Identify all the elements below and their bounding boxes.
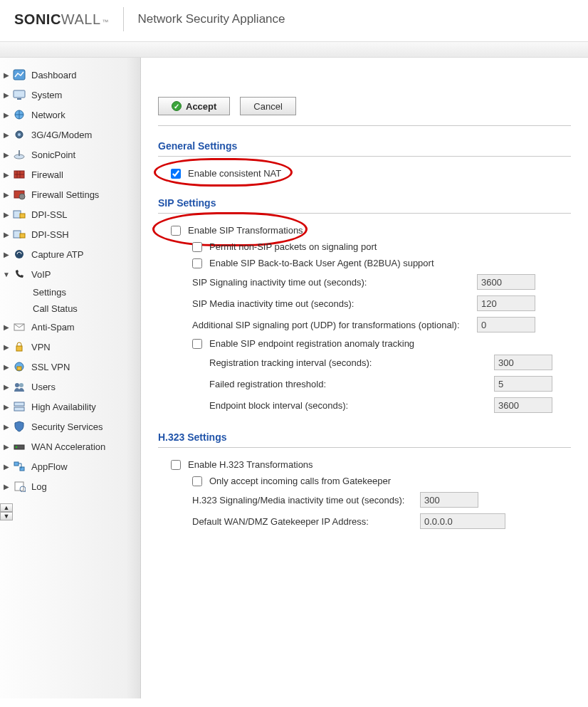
row-b2bua: Enable SIP Back-to-Back User Agent (B2BU… — [192, 258, 571, 268]
sidebar-item-dashboard[interactable]: ▶Dashboard — [0, 65, 140, 85]
sidebar-item-label: Users — [31, 382, 56, 392]
chevron-icon[interactable]: ▶ — [3, 443, 10, 450]
chevron-icon[interactable]: ▶ — [3, 191, 10, 198]
input-reg-interval[interactable] — [494, 355, 552, 370]
system-icon — [11, 88, 27, 102]
sidebar-item-vpn[interactable]: ▶VPN — [0, 337, 140, 357]
checkbox-permit-nonsip[interactable] — [192, 242, 202, 252]
dpissl-icon — [11, 207, 27, 221]
row-h323-transform: Enable H.323 Transformations — [171, 459, 571, 470]
svg-point-15 — [15, 250, 23, 258]
chevron-icon[interactable]: ▼ — [3, 271, 10, 278]
input-gatekeeper-ip[interactable] — [420, 513, 505, 529]
firewall-icon — [11, 167, 27, 182]
input-h323-timeout[interactable] — [420, 492, 478, 508]
fwsettings-icon — [11, 187, 27, 201]
sidebar-item-voip[interactable]: ▼VoIP — [0, 264, 140, 284]
log-icon — [11, 479, 27, 493]
sidebar-item-users[interactable]: ▶Users — [0, 377, 140, 397]
sidebar-item-firewall-settings[interactable]: ▶Firewall Settings — [0, 184, 140, 204]
sidebar-item-anti-spam[interactable]: ▶Anti-Spam — [0, 317, 140, 337]
chevron-icon[interactable]: ▶ — [3, 403, 10, 410]
input-media-timeout[interactable] — [477, 295, 535, 311]
svg-point-10 — [19, 194, 25, 199]
row-sip-transform: Enable SIP Transformations — [171, 225, 571, 236]
sidebar: ▶Dashboard▶System▶Network▶3G/4G/Modem▶So… — [0, 58, 141, 698]
checkbox-anomaly[interactable] — [192, 339, 202, 349]
checkbox-b2bua[interactable] — [192, 258, 202, 268]
chevron-icon[interactable]: ▶ — [3, 91, 10, 98]
sidebar-item-label: Log — [31, 481, 47, 492]
chevron-icon[interactable]: ▶ — [3, 171, 10, 178]
sidebar-item-network[interactable]: ▶Network — [0, 105, 140, 125]
chevron-icon[interactable]: ▶ — [3, 231, 10, 238]
action-buttons: ✓Accept Cancel — [158, 97, 571, 126]
sidebar-item-3g-4g-modem[interactable]: ▶3G/4G/Modem — [0, 125, 140, 145]
sidebar-item-high-availability[interactable]: ▶High Availability — [0, 397, 140, 417]
cancel-button[interactable]: Cancel — [240, 97, 295, 115]
wan-icon — [11, 439, 27, 454]
sidebar-item-label: Dashboard — [31, 70, 77, 80]
chevron-icon[interactable]: ▶ — [3, 131, 10, 138]
sidebar-item-label: VPN — [31, 342, 51, 352]
chevron-icon[interactable]: ▶ — [3, 211, 10, 218]
sidebar-down-button[interactable]: ▼ — [0, 512, 13, 520]
sidebar-item-label: High Availability — [31, 402, 96, 412]
chevron-icon[interactable]: ▶ — [3, 343, 10, 350]
svg-rect-19 — [17, 367, 21, 370]
chevron-icon[interactable]: ▶ — [3, 71, 10, 78]
label-anomaly: Enable SIP endpoint registration anomaly… — [209, 338, 414, 349]
sidebar-item-label: Network — [31, 110, 65, 120]
chevron-icon[interactable]: ▶ — [3, 423, 10, 430]
chevron-icon[interactable]: ▶ — [3, 483, 10, 490]
header-divider — [123, 7, 124, 31]
sidebar-item-wan-acceleration[interactable]: ▶WAN Acceleration — [0, 436, 140, 456]
sidebar-item-log[interactable]: ▶Log — [0, 476, 140, 496]
input-failed-threshold[interactable] — [494, 376, 552, 392]
sidebar-item-label: AppFlow — [31, 461, 68, 472]
label-block-interval: Endpoint block interval (seconds): — [209, 400, 494, 411]
chevron-icon[interactable]: ▶ — [3, 363, 10, 370]
input-addl-port[interactable] — [477, 317, 535, 332]
checkbox-sip-transform[interactable] — [171, 226, 181, 236]
chevron-icon[interactable]: ▶ — [3, 111, 10, 118]
svg-point-21 — [19, 383, 23, 387]
sidebar-item-sonicpoint[interactable]: ▶SonicPoint — [0, 145, 140, 164]
sidebar-item-dpi-ssh[interactable]: ▶DPI-SSH — [0, 224, 140, 244]
chevron-icon[interactable]: ▶ — [3, 463, 10, 470]
chevron-icon[interactable]: ▶ — [3, 323, 10, 330]
ha-icon — [11, 399, 27, 414]
checkbox-h323-transform[interactable] — [171, 460, 181, 470]
chevron-icon[interactable]: ▶ — [3, 383, 10, 390]
accept-button[interactable]: ✓Accept — [158, 97, 230, 115]
label-sip-transform: Enable SIP Transformations — [188, 225, 303, 236]
checkbox-only-gatekeeper[interactable] — [192, 476, 202, 486]
row-sig-timeout: SIP Signaling inactivity time out (secon… — [192, 274, 571, 290]
sidebar-item-capture-atp[interactable]: ▶Capture ATP — [0, 244, 140, 264]
sidebar-item-ssl-vpn[interactable]: ▶SSL VPN — [0, 357, 140, 377]
chevron-icon[interactable]: ▶ — [3, 251, 10, 258]
sidebar-item-dpi-ssl[interactable]: ▶DPI-SSL — [0, 204, 140, 224]
input-sig-timeout[interactable] — [477, 274, 535, 290]
sidebar-item-firewall[interactable]: ▶Firewall — [0, 164, 140, 184]
label-gatekeeper-ip: Default WAN/DMZ Gatekeeper IP Address: — [192, 516, 420, 527]
sidebar-up-button[interactable]: ▲ — [0, 503, 13, 512]
sidebar-item-security-services[interactable]: ▶Security Services — [0, 417, 140, 436]
sidebar-item-label: SSL VPN — [31, 362, 70, 372]
sidebar-subitem-call-status[interactable]: Call Status — [33, 300, 140, 317]
input-block-interval[interactable] — [494, 397, 552, 413]
row-failed-threshold: Failed registration threshold: — [209, 376, 571, 392]
sidebar-subitem-settings[interactable]: Settings — [33, 284, 140, 300]
svg-rect-14 — [20, 234, 25, 238]
row-addl-port: Additional SIP signaling port (UDP) for … — [192, 317, 571, 332]
sidebar-scroll-controls: ▲ ▼ — [0, 503, 13, 520]
sidebar-item-system[interactable]: ▶System — [0, 85, 140, 105]
row-h323-timeout: H.323 Signaling/Media inactivity time ou… — [192, 492, 571, 508]
row-enable-nat: Enable consistent NAT — [171, 168, 571, 179]
checkbox-enable-nat[interactable] — [171, 169, 181, 179]
capture-icon — [11, 247, 27, 261]
sidebar-item-label: Anti-Spam — [31, 322, 75, 332]
chevron-icon[interactable]: ▶ — [3, 151, 10, 158]
sidebar-item-appflow[interactable]: ▶AppFlow — [0, 456, 140, 476]
label-media-timeout: SIP Media inactivity time out (seconds): — [192, 298, 477, 309]
